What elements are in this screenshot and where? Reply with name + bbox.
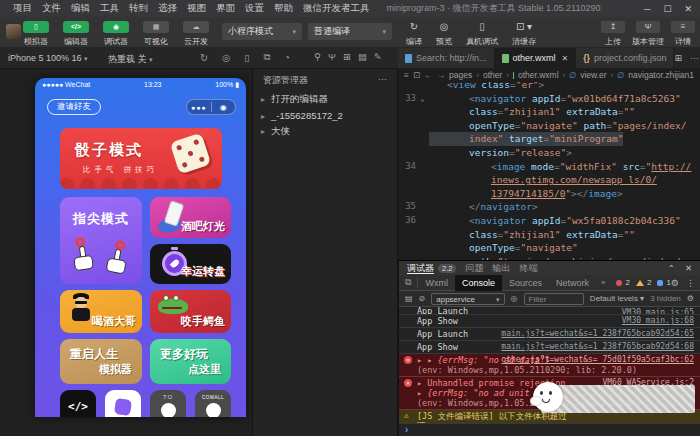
code-line-12[interactable]: openType="navigate" [398, 241, 700, 255]
tab-project-config[interactable]: {} project.config.json [576, 48, 674, 68]
app-icon-purple[interactable] [105, 390, 141, 417]
card-drinking-bro[interactable]: 喝酒大哥 [60, 290, 142, 333]
dice-mode-banner[interactable]: 骰子模式 比手气 拼技巧 [60, 128, 222, 189]
tab-network[interactable]: Network [549, 275, 596, 291]
tab-output[interactable]: 输出 [492, 262, 510, 275]
card-more-fun[interactable]: 更多好玩 点这里 [150, 339, 231, 384]
code-line-11[interactable]: class="zhijian1" extraData="" [398, 228, 700, 242]
console-row-3[interactable]: App Showmain.js?t=wechat&s=1_238f765bcab… [399, 341, 700, 354]
code-line-6[interactable]: 34<image mode="widthFix" src="http:// [398, 160, 700, 174]
editor-toggle[interactable]: </> 编辑器 [56, 21, 96, 47]
card-bar-lights[interactable]: 酒吧灯光 [150, 197, 231, 238]
console-row-0[interactable]: App LaunchVM30 main.js:65 [399, 307, 700, 315]
hidden-count-label[interactable]: 3 hidden [650, 294, 681, 303]
settings-gear-icon[interactable]: ⚙ [671, 278, 679, 288]
code-line-10[interactable]: 36<navigator appId="wx5fa0188c2b04c336" [398, 214, 700, 228]
tab-search[interactable]: Search: http://in... [398, 48, 495, 68]
filter-input[interactable]: Filter [524, 293, 584, 305]
console-prompt[interactable]: › [399, 423, 700, 436]
simulator-toggle[interactable]: ▯ 模拟器 [16, 21, 56, 47]
crumb-other-wxml[interactable]: other.wxml [518, 70, 559, 80]
source-link[interactable]: main.js?t=wechat&s=1_238f765bcab92d54:68 [501, 342, 694, 351]
details-button[interactable]: ≡ 详情 [670, 21, 696, 47]
inspect-device-icon[interactable]: ⧉ [399, 277, 418, 288]
visualize-toggle[interactable]: ▦ 可视化 [136, 21, 176, 47]
console-log-area[interactable]: App LaunchVM30 main.js:65App ShowVM30 ma… [399, 307, 700, 436]
card-restart-life[interactable]: 重启人生 模拟器 [60, 339, 142, 384]
upload-button[interactable]: ↥ 上传 [598, 21, 628, 47]
cloud-dev-toggle[interactable]: ☁ 云开发 [176, 21, 216, 47]
card-crocodile[interactable]: 咬手鳄鱼 [150, 290, 231, 333]
debugger-toggle[interactable]: ◉ 调试器 [96, 21, 136, 47]
simulator-icon-1[interactable]: ◎ [222, 52, 230, 63]
card-lucky-wheel[interactable]: 幸运转盘 [150, 244, 231, 284]
source-link[interactable]: other.js?t=wechat&s=_75d01f59a5caf3bc:62 [501, 355, 694, 364]
close-button[interactable]: ✕ [684, 4, 692, 14]
app-icon-cowall[interactable]: COWALL [195, 390, 231, 417]
simulator-icon-3[interactable]: ⧉ [264, 51, 271, 63]
source-link[interactable]: VM30 main.js:65 [622, 308, 694, 315]
console-row-4[interactable]: ✕▸ ▸ {errMsg: "no ad data"}(env: Windows… [399, 354, 700, 377]
explorer-item-project-folder[interactable]: ▸_-1556285172_2 [253, 108, 397, 123]
tab-sources[interactable]: Sources [502, 275, 549, 291]
menu-item-1[interactable]: 文件 [37, 2, 66, 15]
menu-item-10[interactable]: 微信开发者工具 [298, 2, 375, 15]
explorer-item-open-editors[interactable]: ▸打开的编辑器 [253, 91, 397, 108]
version-control-button[interactable]: Ψ 版本管理 [626, 21, 670, 47]
context-selector[interactable]: appservice▾ [431, 293, 504, 305]
sidebar-toggle-icon[interactable]: ▤ [405, 294, 413, 303]
remote-debug-button[interactable]: ▯ 真机调试 [460, 21, 504, 47]
maximize-button[interactable]: ☐ [663, 4, 671, 14]
tab-console[interactable]: Console [455, 275, 502, 291]
kebab-menu-icon[interactable]: ⋮ [686, 278, 695, 288]
simulator-icon-4[interactable]: ◔ [284, 52, 290, 63]
code-line-7[interactable]: inews.gtimg.com/newsapp_ls/0/ [398, 173, 700, 187]
crumb-view-er[interactable]: view.er [580, 70, 606, 80]
tab-terminal[interactable]: 终端 [519, 262, 537, 275]
close-tab-icon[interactable]: ✕ [562, 54, 569, 63]
code-line-8[interactable]: 13794714185/0"></image> [398, 187, 700, 201]
console-row-2[interactable]: App Launchmain.js?t=wechat&s=1_238f765bc… [399, 328, 700, 341]
code-line-1[interactable]: 33⌄<navigator appId="wx01bd64f71a8c5263" [398, 92, 700, 106]
app-icon-code[interactable]: </> [60, 390, 96, 417]
code-line-3[interactable]: openType="navigate" path="pages/index/ [398, 119, 700, 133]
capsule-menu[interactable]: ●●● ◉ [186, 99, 236, 115]
more-actions-icon[interactable]: ··· [690, 53, 699, 63]
console-row-1[interactable]: App ShowVM30 main.js:68 [399, 315, 700, 328]
menu-item-6[interactable]: 视图 [182, 2, 211, 15]
menu-item-3[interactable]: 工具 [95, 2, 124, 15]
preview-button[interactable]: ◎ 预览 [430, 21, 458, 47]
card-fingertip-mode[interactable]: 指尖模式 [60, 197, 142, 284]
simulator-icon-2[interactable]: ▯ [244, 52, 249, 63]
panel-icon-4[interactable]: ✎ [374, 51, 382, 62]
back-arrow-icon[interactable]: ← [424, 70, 433, 80]
menu-item-5[interactable]: 选择 [153, 2, 182, 15]
panel-icon-2[interactable]: ⊞ [343, 51, 351, 62]
code-line-9[interactable]: 35</navigator> [398, 200, 700, 214]
menu-item-9[interactable]: 帮助 [269, 2, 298, 15]
log-levels-dropdown[interactable]: Default levels ▾ [590, 294, 644, 303]
eye-icon[interactable]: ◎ [511, 294, 518, 303]
explorer-item-daxia[interactable]: ▸大侠 [253, 123, 397, 140]
more-icon[interactable]: ··· [378, 74, 387, 87]
forward-arrow-icon[interactable]: → [437, 70, 446, 80]
menu-item-8[interactable]: 设置 [240, 2, 269, 15]
menu-item-4[interactable]: 转到 [124, 2, 153, 15]
tab-problems[interactable]: 问题 [465, 262, 483, 275]
code-line-4[interactable]: index" target="miniProgram" [398, 132, 700, 146]
collapse-panel-icon[interactable]: ⌃ [668, 263, 675, 273]
source-link[interactable]: main.js?t=wechat&s=1_238f765bcab92d54:65 [501, 329, 694, 338]
device-selector[interactable]: iPhone 5 100% 16 ▾ [8, 53, 88, 63]
bookmark-icon[interactable]: ⊡ [413, 70, 420, 80]
panel-icon-0[interactable]: ⚲ [314, 51, 321, 62]
tab-debugger[interactable]: 调试器 [407, 262, 434, 275]
hot-reload-toggle[interactable]: 热重载 关 ▾ [108, 53, 153, 66]
crumb-navigator[interactable]: navigator.zhijian1 [628, 70, 694, 80]
app-icon-to[interactable]: TO [150, 390, 186, 417]
clear-cache-button[interactable]: ⊡ ▾ 清缓存 [506, 21, 542, 47]
capsule-home-icon[interactable]: ◉ [212, 103, 236, 112]
minimize-button[interactable]: ─ [644, 4, 650, 14]
code-line-5[interactable]: version="release"> [398, 146, 700, 160]
split-editor-icon[interactable]: ⊞ [674, 53, 682, 63]
menu-item-2[interactable]: 编辑 [66, 2, 95, 15]
